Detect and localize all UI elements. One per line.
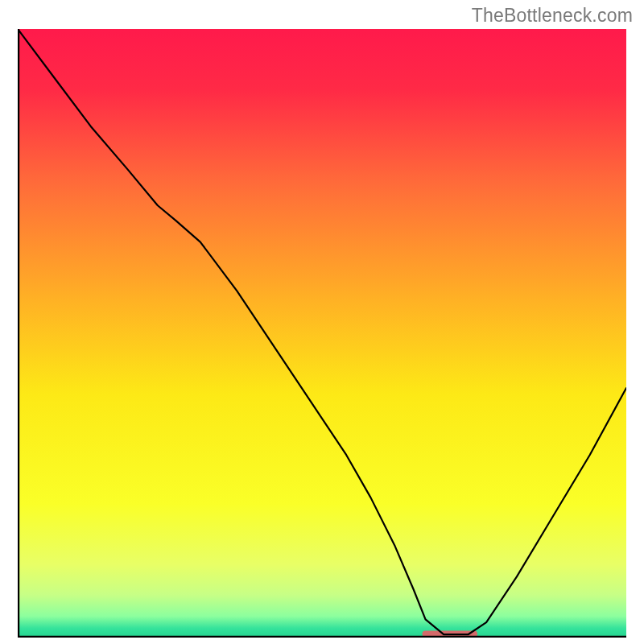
watermark-text: TheBottleneck.com — [472, 5, 633, 27]
bottleneck-chart — [18, 29, 626, 638]
chart-plot-area — [18, 29, 626, 638]
